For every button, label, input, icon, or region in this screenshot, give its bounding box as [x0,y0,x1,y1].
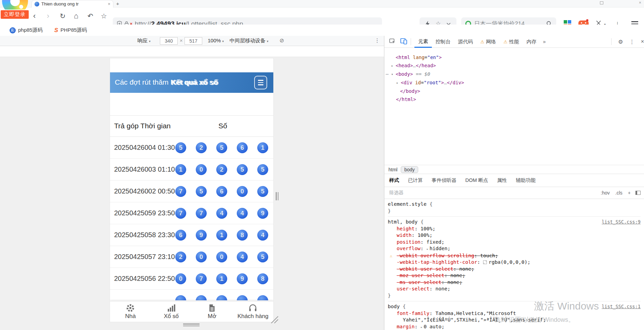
css-source-link[interactable]: list_SSC.css:1 [602,303,641,310]
bookmark-item[interactable]: SPHP85源码 [54,27,87,34]
table-row: 20250426002 00:5075605 [110,181,273,202]
filter-tool-cls[interactable]: .cls [613,190,625,196]
nav-item-mở[interactable]: Mở [192,301,233,322]
viewport-resize-handle-right[interactable] [276,192,278,200]
block-icon[interactable]: ⊘ [279,37,284,44]
tab-close-icon[interactable]: × [108,1,110,6]
bookmark-star-icon[interactable]: ☆ [101,12,107,20]
styles-tab-属性[interactable]: 属性 [497,177,507,184]
filter-tool-[interactable]: + [625,190,633,196]
styles-tab-样式[interactable]: 样式 [389,177,399,184]
responsive-mode-dropdown[interactable]: 响应▾ [137,38,151,44]
new-tab-button[interactable]: + [116,1,119,6]
viewport-width-input[interactable]: 340 [160,37,178,45]
number-ball-partial [216,295,227,300]
dom-tree-node[interactable]: ⋯▾<body> == $0 [384,70,644,78]
corner-resize-icon[interactable] [269,314,279,325]
css-property[interactable]: margin: ▸0 auto; [388,324,641,330]
window-close-icon[interactable]: × [639,1,641,5]
property-value: fixed; [426,239,444,245]
table-row: 20250425057 23:1020045 [110,246,273,268]
property-colon: : [474,253,480,258]
dom-tree-node[interactable]: ▸<div id="root">…</div> [384,78,644,87]
css-property[interactable]: -ms-user-select: none; [388,279,641,286]
devtools-tab-控制台[interactable]: 控制台 [432,36,454,48]
styles-tab-已计算[interactable]: 已计算 [408,177,423,184]
devtools-menu-icon[interactable]: ⋮ [626,39,638,45]
throttling-dropdown[interactable]: 中间层移动设备▾ [230,38,269,44]
viewport-height-input[interactable]: 517 [184,37,202,45]
inspect-element-icon[interactable] [389,38,396,45]
tree-arrow-icon[interactable]: ▸ [391,62,396,70]
column-time-header: Trả góp Thời gian [114,122,171,130]
css-property[interactable]: user-select: none; [388,286,641,292]
undo-icon[interactable]: ↶ [87,12,93,20]
bookmark-label: PHP85源码 [60,27,87,33]
devtools-settings-icon[interactable]: ⚙ [615,39,626,45]
css-property[interactable]: ⚠-webkit-overflow-scrolling: touch; [388,253,641,259]
nav-item-nhà[interactable]: Nhà [110,301,151,322]
tree-arrow-icon[interactable]: ▾ [391,70,396,78]
forward-icon[interactable]: › [47,12,49,20]
app-menu-button[interactable] [254,76,267,89]
devtools-tab-源代码[interactable]: 源代码 [454,36,477,48]
css-property[interactable]: font-family: Tahoma,Helvetica,"Microsoft… [388,310,641,324]
styles-tab-事件侦听器[interactable]: 事件侦听器 [432,177,457,184]
dom-tree-node[interactable]: ▸<head>…</head> [384,61,644,70]
back-icon[interactable]: ‹ [33,12,36,20]
css-rule-selector[interactable]: list_SSC.css:1body { [388,303,641,310]
css-property[interactable]: -webkit-user-select: none; [388,266,641,273]
expand-arrow-icon[interactable]: ▸ [426,247,428,251]
css-property[interactable]: overflow: ▸hidden; [388,245,641,253]
dom-tree-node[interactable]: </html> [384,95,644,103]
number-ball: 5 [196,186,207,197]
number-ball: 0 [196,252,207,262]
styles-sidebar-tabs: 样式已计算事件侦听器DOM 断点属性辅助功能 [384,174,644,187]
reload-icon[interactable]: ↻ [60,12,66,20]
css-property[interactable]: -webkit-tap-highlight-color: rgba(0,0,0,… [388,259,641,266]
property-value: touch; [480,253,498,258]
dom-gutter-icon: ⋯ [386,70,388,78]
nav-item-khách-hàng[interactable]: Khách hàng [233,301,274,322]
breadcrumb-html[interactable]: html [388,167,397,172]
css-property[interactable]: position: fixed; [388,239,641,246]
zoom-dropdown[interactable]: 100%▾ [208,38,224,43]
dom-token: </body> [400,88,420,94]
devtools-tab-内存[interactable]: 内存 [523,36,540,48]
sidebar-panel-icon[interactable] [635,191,641,195]
bookmark-item[interactable]: 彩php85源码 [10,27,43,33]
css-rule-selector[interactable]: list_SSC.css:9html, body { [388,219,641,226]
viewport-resize-handle-bottom[interactable] [183,324,200,326]
styles-tab-DOM 断点[interactable]: DOM 断点 [465,177,488,184]
breadcrumb-body[interactable]: body [401,166,418,173]
device-toolbar-menu-icon[interactable]: ⋮ [374,37,380,44]
dom-tree-node[interactable]: <html lang="en"> [384,53,644,61]
home-icon[interactable]: ⌂ [74,12,78,20]
device-toolbar-toggle-icon[interactable] [400,38,407,45]
property-colon: : [453,266,459,272]
devtools-tab-网络[interactable]: ⚠网络 [477,36,500,48]
css-property[interactable]: height: 100%; [388,226,641,232]
css-property[interactable]: width: 100%; [388,232,641,239]
login-now-badge[interactable]: 立即登录 [0,10,29,19]
devtools-close-icon[interactable]: × [638,39,644,45]
css-rule-selector[interactable]: element.style { [388,201,641,208]
devtools-tab-性能[interactable]: ⚠性能 [500,36,523,48]
styles-tab-辅助功能[interactable]: 辅助功能 [516,177,536,184]
tree-arrow-icon[interactable]: ▸ [396,79,401,87]
devtools-tab-元素[interactable]: 元素 [414,36,432,48]
dom-tree-node[interactable]: </body> [384,87,644,95]
property-colon: : [444,273,450,278]
color-swatch[interactable] [483,260,487,264]
browser-tab[interactable]: Thien duong ong tr × [31,0,113,8]
window-maximize-icon[interactable] [600,1,603,4]
filter-input[interactable]: 筛选器 [389,190,598,196]
device-viewport: Các đợt rút thămKết quả xổ sốKết quả xổ … [110,58,273,322]
css-source-link[interactable]: list_SSC.css:9 [602,219,641,226]
expand-arrow-icon[interactable]: ▸ [421,325,423,329]
filter-tool-hov[interactable]: :hov [598,190,612,196]
css-property[interactable]: -moz-user-select: none; [388,272,641,279]
property-name: margin [397,324,414,329]
more-tabs-icon[interactable]: » [540,39,548,44]
nav-item-xổ-số[interactable]: Xổ số [151,301,192,322]
